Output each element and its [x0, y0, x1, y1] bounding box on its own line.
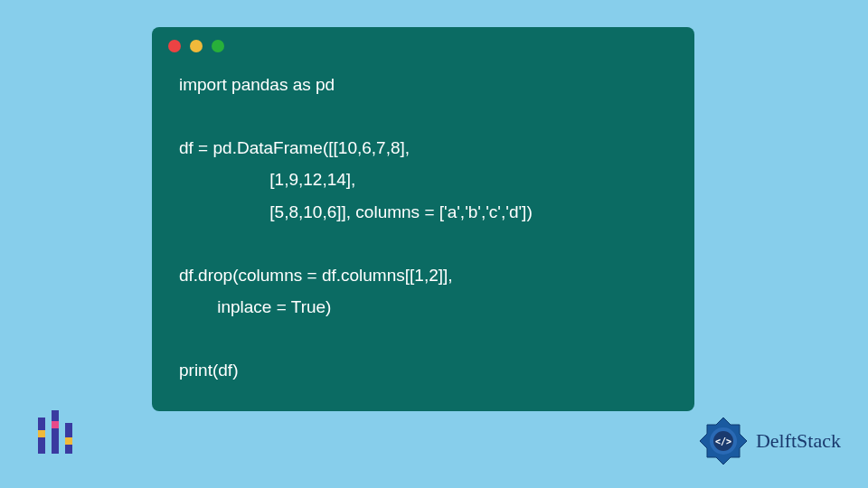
code-line: import pandas as pd [179, 75, 335, 94]
code-line: df = pd.DataFrame([[10,6,7,8], [179, 138, 410, 157]
window-title-bar [152, 27, 694, 60]
brand-name: DelftStack [756, 429, 841, 453]
svg-text:</>: </> [715, 436, 731, 446]
svg-rect-1 [38, 430, 45, 437]
close-icon [168, 40, 181, 52]
code-line: [5,8,10,6]], columns = ['a','b','c','d']… [179, 202, 533, 221]
delftstack-badge-icon: </> [696, 414, 750, 468]
maximize-icon [212, 40, 224, 52]
code-window: import pandas as pd df = pd.DataFrame([[… [152, 27, 694, 411]
svg-rect-3 [52, 421, 59, 428]
code-line: inplace = True) [179, 297, 331, 316]
code-block: import pandas as pd df = pd.DataFrame([[… [152, 60, 694, 411]
code-line: print(df) [179, 361, 238, 380]
code-line: df.drop(columns = df.columns[[1,2]], [179, 266, 453, 285]
left-brand-logo [33, 410, 78, 461]
right-brand-logo: </> DelftStack [696, 414, 841, 468]
minimize-icon [190, 40, 203, 52]
svg-rect-2 [52, 410, 59, 454]
code-line: [1,9,12,14], [179, 170, 355, 189]
svg-rect-5 [65, 437, 72, 445]
bars-logo-icon [33, 410, 78, 461]
